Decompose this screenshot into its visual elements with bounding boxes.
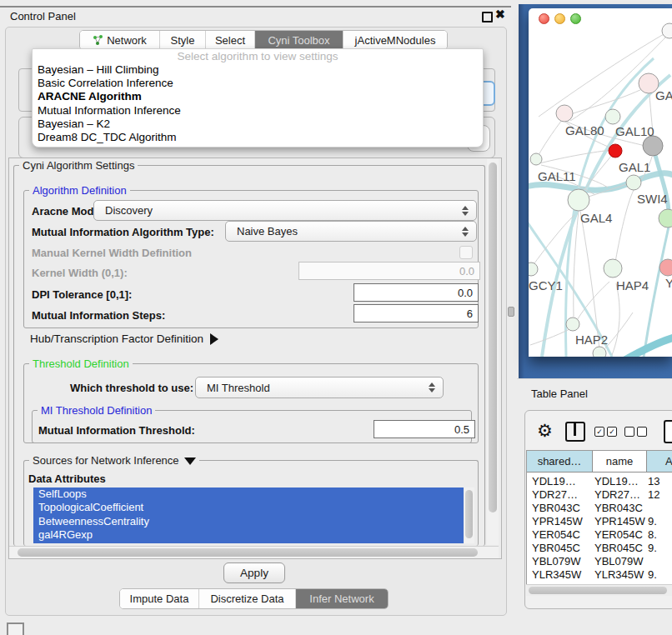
algorithm-option[interactable]: Bayesian – K2 (33, 118, 483, 131)
table-cell[interactable]: 8. (648, 528, 657, 542)
network-node-highlighted[interactable] (609, 144, 622, 158)
tab-impute-data[interactable]: Impute Data (120, 589, 199, 608)
tab-cyni-toolbox[interactable]: Cyni Toolbox (255, 31, 344, 49)
tab-jactivemnodules-label: jActiveMNodules (355, 34, 436, 47)
deselect-all-rows-icon[interactable] (624, 427, 647, 437)
attribute-item-selected[interactable]: TopologicalCoefficient (33, 501, 464, 514)
algorithm-dropdown-popup: Select algorithm to view settings Bayesi… (32, 48, 484, 148)
network-node-gal4[interactable] (568, 189, 589, 211)
table-cell[interactable]: YER054C (532, 528, 580, 542)
settings-horizontal-scrollbar[interactable] (9, 546, 499, 558)
table-settings-gear-icon[interactable]: ⚙ (537, 421, 553, 441)
table-cell[interactable]: YBL079W (594, 555, 644, 568)
network-canvas[interactable]: GAL80 GAL10 GAL1 GAL11 GAL4 SWI4 GCY1 HA… (529, 8, 672, 357)
tab-discretize-data-label: Discretize Data (210, 592, 283, 605)
tab-jactivemnodules[interactable]: jActiveMNodules (344, 31, 447, 49)
table-cell[interactable]: YBL079W (532, 555, 581, 568)
table-cell[interactable]: 12 (648, 488, 659, 502)
attribute-item-selected[interactable]: SelfLoops (33, 488, 464, 501)
algorithm-placeholder: Select algorithm to view settings (33, 49, 483, 63)
select-all-rows-icon[interactable]: ✓✓ (594, 427, 617, 437)
algorithm-option[interactable]: Basic Correlation Inference (33, 77, 483, 90)
attribute-list-scrollbar[interactable] (464, 488, 474, 543)
table-cell[interactable]: YER054C (594, 528, 643, 542)
column-visibility-icon[interactable] (565, 422, 585, 442)
table-cell[interactable]: YBR045C (532, 542, 580, 555)
apply-button-label: Apply (240, 567, 268, 579)
network-node-hap4[interactable] (604, 259, 622, 278)
hub-definition-expander[interactable]: Hub/Transcription Factor Definition (30, 332, 218, 345)
hub-definition-label: Hub/Transcription Factor Definition (30, 332, 203, 345)
network-node-gal11[interactable] (530, 153, 542, 165)
mi-steps-field[interactable]: 6 (354, 304, 479, 322)
network-node-gal10[interactable] (605, 109, 620, 124)
minimized-panel-icon[interactable] (7, 622, 24, 635)
bottom-tabstrip: Impute Data Discretize Data Infer Networ… (119, 588, 389, 609)
attribute-item-selected[interactable]: BetweennessCentrality (33, 515, 464, 528)
network-node-pink[interactable] (659, 259, 672, 276)
manual-kernel-width-checkbox[interactable] (459, 246, 473, 259)
combo-stepper-icon (458, 227, 473, 237)
settings-vertical-scrollbar[interactable] (487, 159, 499, 545)
table-horizontal-scrollbar[interactable] (526, 584, 672, 596)
algorithm-option[interactable]: Dream8 DC_TDC Algorithm (33, 131, 483, 144)
table-cell[interactable]: YDR27… (532, 488, 578, 502)
table-cell[interactable]: 9. (648, 542, 657, 555)
mi-algorithm-type-select[interactable]: Naive Bayes (225, 221, 477, 242)
node-label: Y (665, 276, 672, 290)
table-cell[interactable]: YPR145W (594, 515, 645, 528)
column-header-partial[interactable]: A (647, 451, 672, 472)
network-node-gal1[interactable] (626, 175, 641, 190)
table-cell[interactable]: YLR345W (532, 568, 581, 582)
kernel-width-field[interactable]: 0.0 (298, 262, 480, 280)
network-node-hap2[interactable] (566, 318, 579, 331)
network-node-gray[interactable] (643, 136, 663, 156)
mi-threshold-field[interactable]: 0.5 (374, 420, 475, 438)
tab-discretize-data[interactable]: Discretize Data (199, 589, 296, 608)
column-header-shared-name[interactable]: shared… (527, 451, 593, 472)
table-cell[interactable]: 9. (648, 515, 657, 528)
aracne-mode-value: Discovery (94, 204, 458, 217)
cyni-settings-group-title: Cyni Algorithm Settings (19, 159, 138, 172)
dpi-tolerance-field[interactable]: 0.0 (354, 283, 479, 302)
which-threshold-select[interactable]: MI Threshold (195, 377, 444, 398)
tab-network[interactable]: Network (80, 31, 160, 49)
expander-expanded-icon[interactable] (184, 458, 196, 465)
tab-style[interactable]: Style (160, 31, 206, 49)
float-window-icon[interactable] (482, 12, 493, 22)
node-attribute-table[interactable]: shared… name A YDL19… YDL19… 13 YDR27… Y… (526, 450, 672, 596)
tab-select[interactable]: Select (206, 31, 255, 49)
control-panel-title: Control Panel (10, 10, 76, 22)
close-panel-icon[interactable]: ✖ (495, 8, 505, 21)
algorithm-option[interactable]: Mutual Information Inference (33, 104, 483, 118)
algorithm-option[interactable]: Bayesian – Hill Climbing (33, 63, 483, 77)
table-cell[interactable]: YBR045C (594, 542, 643, 555)
splitter-handle[interactable] (508, 307, 514, 317)
table-cell[interactable]: 9. (648, 568, 657, 582)
node-label: GAL10 (615, 124, 654, 138)
column-header-name[interactable]: name (593, 451, 647, 472)
table-cell[interactable]: YDL19… (532, 475, 576, 488)
algorithm-option-highlighted[interactable]: ARACNE Algorithm (33, 90, 483, 103)
table-cell[interactable]: YDL19… (594, 475, 639, 488)
network-node-swi4[interactable] (659, 209, 672, 228)
manual-kernel-width-label: Manual Kernel Width Definition (32, 247, 192, 259)
table-cell[interactable]: YBR043C (594, 502, 643, 515)
network-node[interactable] (593, 347, 606, 357)
tab-infer-network[interactable]: Infer Network (296, 589, 388, 608)
export-table-icon[interactable] (664, 420, 672, 443)
table-cell[interactable]: YPR145W (532, 515, 583, 528)
table-cell[interactable]: YLR345W (594, 568, 644, 582)
algorithm-definition-title: Algorithm Definition (29, 184, 130, 197)
attribute-item-selected[interactable]: gal4RGexp (33, 528, 464, 542)
network-node-gal80[interactable] (556, 105, 573, 122)
mi-threshold-group-title: MI Threshold Definition (38, 404, 155, 417)
which-threshold-value: MI Threshold (196, 382, 424, 394)
apply-button[interactable]: Apply (223, 562, 285, 583)
network-node[interactable] (662, 23, 672, 38)
aracne-mode-select[interactable]: Discovery (93, 200, 477, 221)
table-cell[interactable]: YBR043C (532, 502, 580, 515)
table-cell[interactable]: 13 (648, 475, 659, 488)
table-cell[interactable]: YDR27… (594, 488, 640, 502)
network-node-gcy1[interactable] (529, 262, 538, 276)
